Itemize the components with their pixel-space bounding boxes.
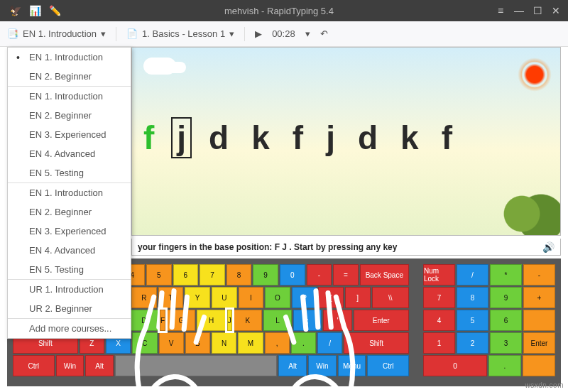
key[interactable]: L <box>263 310 292 331</box>
key[interactable]: Y <box>185 287 210 308</box>
key[interactable]: 8 <box>226 264 252 285</box>
key[interactable]: 4 <box>423 310 455 331</box>
key[interactable]: Ctrl <box>13 355 55 376</box>
key[interactable]: + <box>523 287 555 308</box>
dropdown-item[interactable]: EN 2. Beginner <box>8 106 131 125</box>
dropdown-item[interactable]: EN 4. Advanced <box>8 144 131 163</box>
key[interactable]: D <box>130 310 158 331</box>
maximize-icon[interactable]: ☐ <box>530 3 545 18</box>
key[interactable]: , <box>265 332 290 354</box>
key[interactable]: F <box>160 310 165 331</box>
dropdown-item[interactable]: EN 3. Experienced <box>8 222 131 241</box>
dropdown-item[interactable]: Add more courses... <box>8 319 131 338</box>
key[interactable]: T <box>158 287 184 308</box>
key[interactable]: Alt <box>278 355 307 376</box>
key[interactable]: 8 <box>457 287 488 308</box>
instruction-bar: your fingers in the base position: F J .… <box>131 239 561 256</box>
key[interactable]: Menu <box>338 355 366 376</box>
key[interactable]: C <box>132 332 157 354</box>
key[interactable]: P <box>292 287 317 308</box>
key[interactable]: 1 <box>423 332 455 354</box>
key[interactable]: I <box>239 287 264 308</box>
dropdown-item[interactable]: EN 1. Introduction <box>8 87 131 106</box>
key[interactable]: . <box>291 332 316 354</box>
key[interactable]: U <box>212 287 237 308</box>
dropdown-item[interactable]: UR 1. Introduction <box>8 280 131 299</box>
key[interactable]: G <box>167 310 195 331</box>
key[interactable]: * <box>490 264 522 285</box>
undo-button[interactable]: ↶ <box>320 28 328 39</box>
menu-icon[interactable]: ≡ <box>493 3 508 18</box>
dropdown-item[interactable]: EN 5. Testing <box>8 260 131 279</box>
play-button[interactable]: ▶ <box>255 28 262 39</box>
key[interactable] <box>523 310 555 331</box>
numpad: Num Lock/*-789+456123Enter0. <box>423 264 555 381</box>
key[interactable]: \\ <box>372 287 409 308</box>
key[interactable]: Ctrl <box>367 355 409 376</box>
key[interactable]: Num Lock <box>423 264 455 285</box>
key[interactable]: 9 <box>253 264 278 285</box>
key[interactable]: Win <box>308 355 337 376</box>
typing-char: f <box>143 119 154 157</box>
key[interactable] <box>523 355 555 376</box>
key[interactable]: O <box>265 287 290 308</box>
key[interactable]: H <box>197 310 225 331</box>
key[interactable]: Enter <box>354 310 409 331</box>
key[interactable]: ] <box>345 287 371 308</box>
key[interactable]: [ <box>318 287 344 308</box>
key[interactable]: 0 <box>423 355 487 376</box>
key[interactable]: 9 <box>490 287 522 308</box>
key[interactable]: / <box>457 264 488 285</box>
key[interactable]: 3 <box>490 332 522 354</box>
watermark: wsxdn.com <box>525 381 564 389</box>
key[interactable]: Alt <box>85 355 114 376</box>
key[interactable]: / <box>317 332 342 354</box>
key[interactable]: . <box>488 355 521 376</box>
typing-char: k <box>251 119 270 157</box>
lesson-selector[interactable]: 📄 1. Basics - Lesson 1 ▾ <box>126 28 234 39</box>
key[interactable]: 7 <box>423 287 455 308</box>
key[interactable]: J <box>227 310 232 331</box>
dropdown-item[interactable]: UR 2. Beginner <box>8 299 131 318</box>
instruction-text: your fingers in the base position: F J .… <box>138 242 397 252</box>
dropdown-item[interactable]: EN 1. Introduction <box>8 48 131 67</box>
key[interactable]: Enter <box>523 332 555 354</box>
close-icon[interactable]: ✕ <box>548 3 564 18</box>
dropdown-item[interactable]: EN 3. Experienced <box>8 125 131 144</box>
key[interactable]: 5 <box>457 310 488 331</box>
key[interactable]: ' <box>323 310 351 331</box>
dropdown-item[interactable]: EN 5. Testing <box>8 163 131 183</box>
dropdown-item[interactable]: EN 1. Introduction <box>8 183 131 202</box>
key[interactable]: Back Space <box>360 264 409 285</box>
stats-icon[interactable]: 📊 <box>27 3 43 18</box>
dropdown-item[interactable]: EN 4. Advanced <box>8 241 131 260</box>
key[interactable]: = <box>333 264 359 285</box>
key[interactable]: 2 <box>457 332 488 354</box>
minimize-icon[interactable]: — <box>511 3 527 18</box>
key[interactable]: B <box>185 332 210 354</box>
key[interactable]: V <box>159 332 184 354</box>
key[interactable]: N <box>212 332 236 354</box>
key[interactable]: 5 <box>146 264 172 285</box>
key[interactable]: 7 <box>200 264 225 285</box>
key[interactable]: 0 <box>280 264 305 285</box>
key[interactable]: Shift <box>344 332 409 354</box>
speaker-icon[interactable]: 🔊 <box>542 241 555 253</box>
key[interactable]: Win <box>56 355 84 376</box>
dropdown-item[interactable]: EN 2. Beginner <box>8 202 131 222</box>
key[interactable]: ; <box>293 310 322 331</box>
key[interactable]: M <box>238 332 263 354</box>
course-selector[interactable]: 📑 EN 1. Introduction ▾ <box>7 28 106 39</box>
app-icon[interactable]: 🦅 <box>7 3 23 18</box>
key[interactable]: - <box>307 264 332 285</box>
edit-icon[interactable]: ✏️ <box>47 3 62 18</box>
key[interactable]: K <box>234 310 262 331</box>
key-row: 456 <box>423 310 555 331</box>
lesson-icon: 📄 <box>126 28 138 39</box>
key[interactable]: - <box>523 264 555 285</box>
dropdown-item[interactable]: EN 2. Beginner <box>8 67 131 86</box>
key[interactable]: 6 <box>490 310 522 331</box>
key[interactable] <box>115 355 277 376</box>
key[interactable]: 6 <box>173 264 199 285</box>
key[interactable]: R <box>131 287 157 308</box>
